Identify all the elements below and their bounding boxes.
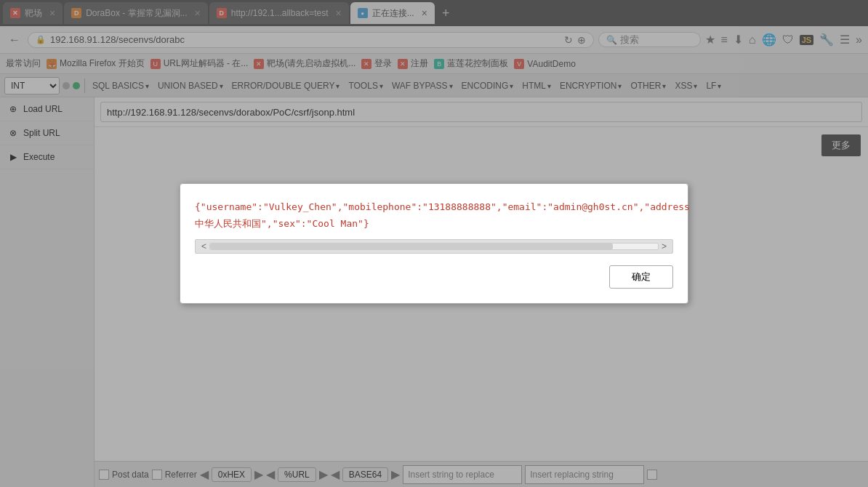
modal-overlay: {"username":"Vulkey_Chen","mobilephone":… xyxy=(0,0,868,487)
scroll-left-arrow[interactable]: < xyxy=(201,241,206,251)
modal-content: {"username":"Vulkey_Chen","mobilephone":… xyxy=(195,198,673,233)
modal-ok-button[interactable]: 确定 xyxy=(609,265,673,289)
modal-footer: 确定 xyxy=(195,265,673,289)
modal-json-line2: 中华人民共和国","sex":"Cool Man"} xyxy=(195,215,673,232)
scrollbar-track[interactable] xyxy=(209,243,659,250)
scroll-right-arrow[interactable]: > xyxy=(662,241,667,251)
scrollbar-thumb xyxy=(210,244,613,249)
modal-dialog: {"username":"Vulkey_Chen","mobilephone":… xyxy=(180,183,688,305)
modal-json-line1: {"username":"Vulkey_Chen","mobilephone":… xyxy=(195,198,673,215)
modal-scrollbar: < > xyxy=(195,239,673,254)
